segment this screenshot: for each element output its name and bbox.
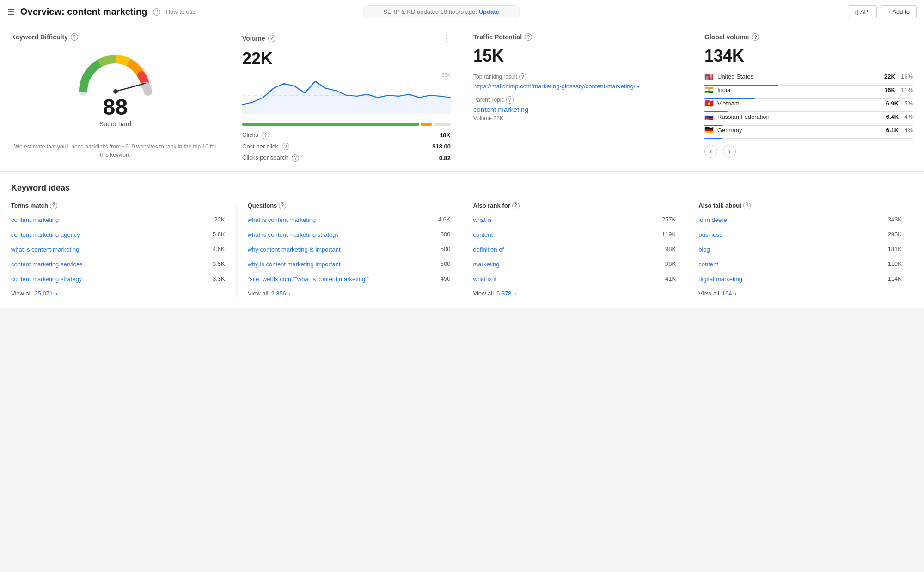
terms-match-chevron: › <box>55 290 57 297</box>
keyword-volume: 119K <box>883 260 902 267</box>
also-rank-help-icon[interactable]: ? <box>512 202 520 209</box>
global-help-icon[interactable]: ? <box>752 33 759 41</box>
keyword-link[interactable]: business <box>698 231 722 239</box>
volume-stats: Clicks ? 18K Cost per click ? $18.00 Cli… <box>242 131 451 162</box>
keyword-item: what is it 41K <box>473 275 676 283</box>
page-title: Overview: content marketing <box>20 6 147 17</box>
keyword-link[interactable]: definition of <box>473 246 504 254</box>
traffic-help-icon[interactable]: ? <box>525 33 532 41</box>
keyword-link[interactable]: what is <box>473 216 492 224</box>
keyword-link[interactable]: content marketing <box>11 216 59 224</box>
terms-match-view-all[interactable]: View all 25,071 › <box>11 290 225 297</box>
top-ranking-url[interactable]: https://mailchimp.com/marketing-glossary… <box>473 83 635 90</box>
update-link[interactable]: Update <box>479 8 499 15</box>
cpc-label: Cost per click ? <box>242 143 289 151</box>
parent-topic-label: Parent Topic ? <box>473 96 682 104</box>
keyword-volume: 5.8K <box>207 231 225 238</box>
keyword-link[interactable]: why content marketing is important <box>248 246 341 254</box>
keyword-link[interactable]: marketing <box>473 260 500 269</box>
country-row: 🇻🇳 Vietnam 6.9K 5% <box>704 99 913 108</box>
parent-topic-help-icon[interactable]: ? <box>506 96 514 104</box>
keyword-item: john deere 343K <box>698 216 902 224</box>
keyword-link[interactable]: what is content marketing strategy <box>248 231 339 239</box>
keyword-item: why is content marketing important 500 <box>248 260 451 269</box>
also-rank-count[interactable]: 5,378 <box>496 290 512 297</box>
also-rank-view-all[interactable]: View all 5,378 › <box>473 290 676 297</box>
traffic-card-title: Traffic Potential ? <box>473 33 682 41</box>
keyword-link[interactable]: digital marketing <box>698 275 742 283</box>
keyword-item: what is content marketing strategy 500 <box>248 231 451 239</box>
keyword-link[interactable]: "site: webfx.com ""what is content marke… <box>248 275 370 283</box>
keyword-link[interactable]: content <box>473 231 493 239</box>
also-talk-view-all[interactable]: View all 164 › <box>698 290 902 297</box>
country-pct: 5% <box>904 100 913 107</box>
also-rank-chevron: › <box>514 290 516 297</box>
country-flag: 🇩🇪 <box>704 126 714 135</box>
keyword-item: business 295K <box>698 231 902 239</box>
how-to-use-link[interactable]: How to use <box>166 8 196 15</box>
also-talk-chevron: › <box>735 290 737 297</box>
country-name: United States <box>717 73 881 80</box>
kd-help-icon[interactable]: ? <box>71 33 78 41</box>
questions-view-all[interactable]: View all 2,356 › <box>248 290 451 297</box>
also-talk-help-icon[interactable]: ? <box>743 202 751 209</box>
keyword-volume: 98K <box>657 246 676 252</box>
keyword-link[interactable]: john deere <box>698 216 727 224</box>
country-volume: 22K <box>884 73 895 80</box>
also-talk-count[interactable]: 164 <box>722 290 732 297</box>
keyword-link[interactable]: what is it <box>473 275 497 283</box>
keyword-volume: 500 <box>432 246 451 252</box>
country-volume: 6.4K <box>886 113 899 120</box>
add-button[interactable]: + Add to <box>881 5 917 18</box>
keyword-item: "site: webfx.com ""what is content marke… <box>248 275 451 283</box>
next-arrow[interactable]: › <box>723 145 736 158</box>
keyword-item: content 119K <box>698 260 902 269</box>
terms-match-help-icon[interactable]: ? <box>50 202 57 209</box>
questions-col: Questions ? what is content marketing 4.… <box>237 202 462 297</box>
cps-help-icon[interactable]: ? <box>292 154 299 162</box>
keyword-link[interactable]: content marketing services <box>11 260 83 269</box>
questions-count[interactable]: 2,356 <box>271 290 286 297</box>
keyword-link[interactable]: content <box>698 260 718 269</box>
keyword-item: what is 257K <box>473 216 676 224</box>
volume-menu-icon[interactable]: ⋮ <box>442 33 451 43</box>
keyword-volume: 500 <box>432 231 451 238</box>
top-ranking-help-icon[interactable]: ? <box>519 73 526 80</box>
volume-help-icon[interactable]: ? <box>268 35 275 42</box>
keyword-link[interactable]: blog <box>698 246 710 254</box>
keyword-item: content marketing 22K <box>11 216 225 224</box>
country-bar <box>704 98 913 99</box>
parent-topic-volume: Volume 22K <box>473 115 682 122</box>
questions-chevron: › <box>289 290 291 297</box>
country-row: 🇷🇺 Russian Federation 6.4K 4% <box>704 112 913 121</box>
keyword-link[interactable]: what is content marketing <box>11 246 79 254</box>
country-row: 🇩🇪 Germany 6.1K 4% <box>704 126 913 135</box>
keyword-link[interactable]: why is content marketing important <box>248 260 341 269</box>
clicks-help-icon[interactable]: ? <box>262 132 269 139</box>
country-volume: 6.9K <box>886 100 899 107</box>
keyword-volume: 4.6K <box>207 246 225 252</box>
prev-arrow[interactable]: ‹ <box>704 145 717 158</box>
url-dropdown-icon[interactable]: ▾ <box>637 84 640 89</box>
api-button[interactable]: {} API <box>848 5 877 18</box>
keyword-link[interactable]: content marketing strategy <box>11 275 82 283</box>
menu-icon[interactable]: ☰ <box>7 7 15 17</box>
country-name: India <box>717 86 881 93</box>
keyword-item: what is content marketing 4.6K <box>11 246 225 254</box>
kd-score: 88 <box>103 96 128 118</box>
cpc-help-icon[interactable]: ? <box>282 143 289 150</box>
parent-topic-link[interactable]: content marketing <box>473 105 682 113</box>
cps-label: Clicks per search ? <box>242 154 299 162</box>
keyword-volume: 181K <box>883 246 902 252</box>
terms-match-count[interactable]: 25,071 <box>35 290 53 297</box>
country-row: 🇮🇳 India 16K 11% <box>704 86 913 94</box>
keyword-link[interactable]: content marketing agency <box>11 231 80 239</box>
keyword-link[interactable]: what is content marketing <box>248 216 316 224</box>
keyword-item: content marketing agency 5.8K <box>11 231 225 239</box>
top-ranking-section: Top ranking result ? https://mailchimp.c… <box>473 73 682 90</box>
country-bar <box>704 125 913 126</box>
country-name: Germany <box>717 127 882 134</box>
kd-help-icon[interactable]: ? <box>153 8 160 16</box>
keyword-volume: 450 <box>432 275 451 282</box>
questions-help-icon[interactable]: ? <box>279 202 286 209</box>
